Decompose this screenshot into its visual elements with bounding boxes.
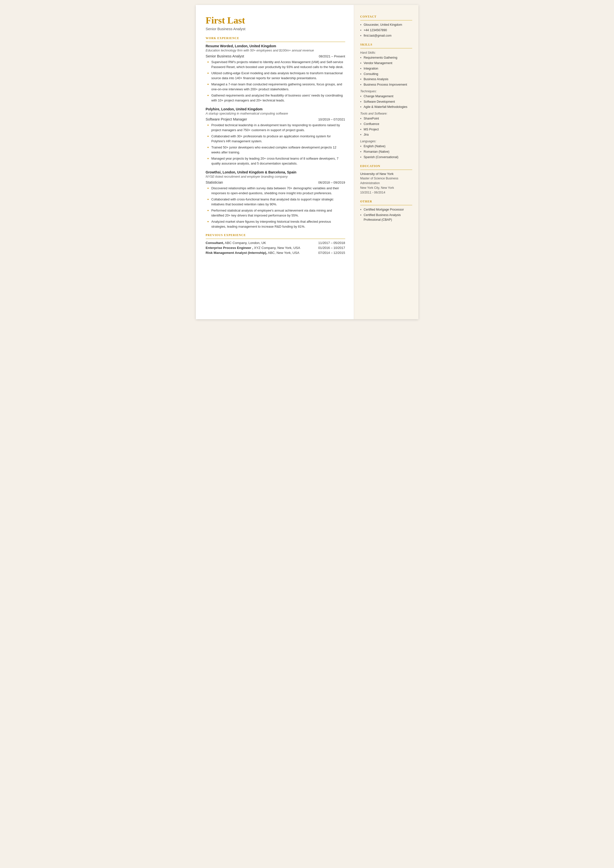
job-1: Resume Worded, London, United Kingdom Ed… (206, 44, 345, 103)
tools-list: SharePoint Confluence MS Project Jira (360, 116, 412, 137)
prev-exp-3-title: Risk Management Analyst (Internship), AB… (206, 251, 299, 255)
prev-exp-row-3: Risk Management Analyst (Internship), AB… (206, 251, 345, 255)
edu-entry-1: University of New York Master of Science… (360, 172, 412, 195)
edu-location: New York City, New York (360, 186, 412, 190)
contact-list: Gloucester, United Kingdom +44 123456789… (360, 23, 412, 38)
skill-item: MS Project (360, 127, 412, 132)
bullet: Performed statistical analysis of employ… (207, 208, 345, 218)
employer-1-desc: Education technology firm with 50+ emplo… (206, 48, 345, 52)
bullet: Collaborated with cross-functional teams… (207, 197, 345, 207)
skill-item: Change Management (360, 94, 412, 99)
contact-email: first.last@gmail.com (360, 33, 412, 38)
other-section: OTHER Certified Mortgage Processor Certi… (360, 200, 412, 222)
bullet: Analyzed market share figures by interpr… (207, 219, 345, 229)
work-experience-header: WORK EXPERIENCE (206, 36, 345, 42)
edu-school-name: University of New York (360, 172, 412, 175)
job-1-bullets: Supervised RW's projects related to Iden… (206, 60, 345, 103)
prev-exp-1-title: Consultant, ABC Company, London, UK (206, 241, 266, 245)
employer-3-name: Growthsi, (206, 170, 222, 174)
contact-phone: +44 1234567890 (360, 28, 412, 33)
skill-item: Confluence (360, 122, 412, 126)
employer-3-location: London, United Kingdom & Barcelona, Spai… (223, 170, 296, 174)
other-item: Certified Mortgage Processor (360, 207, 412, 212)
skill-item: Software Development (360, 99, 412, 104)
techniques-list: Change Management Software Development A… (360, 94, 412, 109)
prev-exp-2-title: Enterprise Process Engineer , XYZ Compan… (206, 246, 300, 250)
edu-degree: Master of Science Business Administratio… (360, 176, 412, 186)
skills-section: SKILLS Hard Skills: Requirements Gatheri… (360, 43, 412, 159)
employer-1-line: Resume Worded, London, United Kingdom (206, 44, 345, 48)
hard-skills-list: Requirements Gathering Vendor Management… (360, 56, 412, 87)
prev-exp-3-dates: 07/2014 – 12/2015 (318, 251, 345, 255)
employer-2-name: Polyhire, (206, 107, 220, 111)
job-3: Growthsi, London, United Kingdom & Barce… (206, 170, 345, 229)
bullet: Utilized cutting-edge Excel modeling and… (207, 71, 345, 81)
skill-item: Integration (360, 66, 412, 71)
job-2-title: Software Project Manager (206, 117, 247, 121)
skill-item: Consulting (360, 72, 412, 76)
job-1-dates: 08/2021 – Present (319, 54, 345, 58)
contact-header: CONTACT (360, 15, 412, 20)
bullet: Managed a 7-man team that conducted requ… (207, 82, 345, 92)
skill-item: Agile & Waterfall Methodologies (360, 105, 412, 109)
skills-header: SKILLS (360, 43, 412, 48)
skill-item: Requirements Gathering (360, 56, 412, 60)
skill-item: English (Native) (360, 144, 412, 149)
employer-2-desc: A startup specializing in mathematical c… (206, 112, 345, 115)
edu-dates: 10/2011 - 06/2014 (360, 190, 412, 195)
hard-skills-label: Hard Skills: (360, 51, 412, 54)
job-1-title: Senior Business Analyst (206, 54, 244, 58)
skill-item: Business Process Improvement (360, 82, 412, 87)
bullet: Trained 50+ junior developers who execut… (207, 145, 345, 155)
job-3-dates: 06/2018 – 09/2019 (318, 181, 345, 184)
other-item: Certified Business Analysis Professional… (360, 213, 412, 222)
employer-2-line: Polyhire, London, United Kingdom (206, 107, 345, 111)
candidate-title: Senior Business Analyst (206, 27, 345, 31)
bullet: Gathered requirements and analyzed the f… (207, 93, 345, 103)
bullet: Managed year projects by leading 20+ cro… (207, 156, 345, 166)
bullet: Supervised RW's projects related to Iden… (207, 60, 345, 69)
employer-3-line: Growthsi, London, United Kingdom & Barce… (206, 170, 345, 174)
other-header: OTHER (360, 200, 412, 205)
job-3-title: Statistician (206, 180, 223, 184)
previous-experience-section: Consultant, ABC Company, London, UK 11/2… (206, 241, 345, 255)
education-header: EDUCATION (360, 164, 412, 170)
job-1-row: Senior Business Analyst 08/2021 – Presen… (206, 54, 345, 58)
skill-item: Jira (360, 132, 412, 137)
bullet: Collaborated with 30+ professionals to p… (207, 134, 345, 143)
right-column: CONTACT Gloucester, United Kingdom +44 1… (354, 5, 419, 319)
previous-experience-header: PREVIOUS EXPERIENCE (206, 233, 345, 239)
job-2-row: Software Project Manager 10/2019 – 07/20… (206, 117, 345, 121)
job-2: Polyhire, London, United Kingdom A start… (206, 107, 345, 166)
job-3-row: Statistician 06/2018 – 09/2019 (206, 180, 345, 184)
prev-exp-row-2: Enterprise Process Engineer , XYZ Compan… (206, 246, 345, 250)
tools-label: Tools and Software: (360, 112, 412, 115)
skill-item: Business Analysis (360, 77, 412, 82)
prev-exp-1-dates: 11/2017 – 05/2018 (318, 241, 345, 245)
skill-item: Romanian (Native) (360, 149, 412, 154)
employer-1-name: Resume Worded, (206, 44, 234, 48)
skill-item: SharePoint (360, 116, 412, 121)
prev-exp-row-1: Consultant, ABC Company, London, UK 11/2… (206, 241, 345, 245)
bullet: Provided technical leadership in a devel… (207, 123, 345, 132)
bullet: Discovered relationships within survey d… (207, 186, 345, 196)
resume-page: First Last Senior Business Analyst WORK … (196, 5, 419, 319)
job-3-bullets: Discovered relationships within survey d… (206, 186, 345, 229)
job-2-bullets: Provided technical leadership in a devel… (206, 123, 345, 166)
other-list: Certified Mortgage Processor Certified B… (360, 207, 412, 222)
candidate-name: First Last (206, 15, 345, 26)
skill-item: Vendor Management (360, 61, 412, 65)
contact-section: CONTACT Gloucester, United Kingdom +44 1… (360, 15, 412, 38)
employer-2-location: London, United Kingdom (221, 107, 263, 111)
prev-exp-2-dates: 01/2016 – 10/2017 (318, 246, 345, 250)
skill-item: Spanish (Conversational) (360, 155, 412, 160)
languages-label: Languages: (360, 140, 412, 143)
employer-3-desc: NYSE-listed recruitment and employer bra… (206, 175, 345, 179)
contact-location: Gloucester, United Kingdom (360, 23, 412, 27)
job-2-dates: 10/2019 – 07/2021 (318, 118, 345, 121)
languages-list: English (Native) Romanian (Native) Spani… (360, 144, 412, 159)
left-column: First Last Senior Business Analyst WORK … (196, 5, 354, 319)
education-section: EDUCATION University of New York Master … (360, 164, 412, 195)
employer-1-location: London, United Kingdom (235, 44, 276, 48)
techniques-label: Techniques: (360, 90, 412, 93)
